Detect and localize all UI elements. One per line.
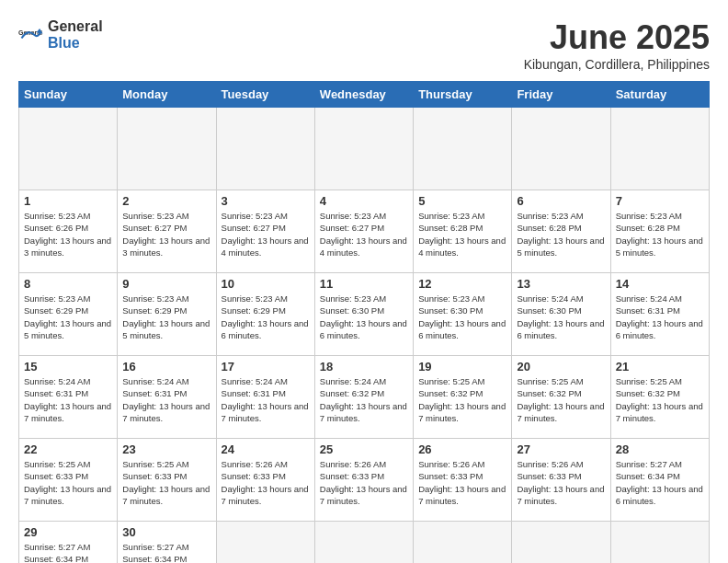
day-info: Sunrise: 5:26 AMSunset: 6:33 PMDaylight:… [517,458,605,507]
calendar-cell [216,522,314,564]
day-info: Sunrise: 5:24 AMSunset: 6:31 PMDaylight:… [222,375,310,424]
day-info: Sunrise: 5:25 AMSunset: 6:33 PMDaylight:… [122,458,210,507]
calendar-cell: 4Sunrise: 5:23 AMSunset: 6:27 PMDaylight… [314,190,413,273]
day-info: Sunrise: 5:23 AMSunset: 6:28 PMDaylight:… [517,210,605,259]
calendar-header-monday: Monday [118,82,216,108]
calendar-header-sunday: Sunday [19,82,118,108]
calendar-cell: 11Sunrise: 5:23 AMSunset: 6:30 PMDayligh… [314,273,413,356]
logo-general: General [48,18,103,34]
day-info: Sunrise: 5:26 AMSunset: 6:33 PMDaylight:… [222,458,310,507]
calendar-cell: 8Sunrise: 5:23 AMSunset: 6:29 PMDaylight… [19,273,118,356]
day-number: 15 [24,360,112,373]
calendar-cell: 13Sunrise: 5:24 AMSunset: 6:30 PMDayligh… [512,273,610,356]
calendar-week-4: 22Sunrise: 5:25 AMSunset: 6:33 PMDayligh… [19,439,710,522]
calendar-cell: 21Sunrise: 5:25 AMSunset: 6:32 PMDayligh… [610,356,709,439]
calendar-cell: 2Sunrise: 5:23 AMSunset: 6:27 PMDaylight… [118,190,216,273]
day-number: 3 [222,194,310,208]
day-number: 19 [418,360,506,373]
day-info: Sunrise: 5:23 AMSunset: 6:27 PMDaylight:… [320,210,408,259]
day-number: 23 [122,442,210,456]
day-number: 4 [320,194,408,208]
header: General General Blue June 2025 Kibungan,… [18,18,710,72]
calendar-cell [414,108,512,190]
logo-blue: Blue [48,35,80,51]
calendar-cell: 15Sunrise: 5:24 AMSunset: 6:31 PMDayligh… [19,356,118,439]
calendar-cell: 25Sunrise: 5:26 AMSunset: 6:33 PMDayligh… [314,439,413,522]
calendar-week-2: 8Sunrise: 5:23 AMSunset: 6:29 PMDaylight… [19,273,710,356]
day-number: 25 [320,442,408,456]
calendar-cell: 17Sunrise: 5:24 AMSunset: 6:31 PMDayligh… [216,356,314,439]
calendar-cell: 28Sunrise: 5:27 AMSunset: 6:34 PMDayligh… [610,439,709,522]
calendar-cell: 20Sunrise: 5:25 AMSunset: 6:32 PMDayligh… [512,356,610,439]
calendar-cell [512,108,610,190]
day-number: 26 [418,442,506,456]
calendar-cell [414,522,512,564]
calendar-cell: 29Sunrise: 5:27 AMSunset: 6:34 PMDayligh… [19,522,118,564]
calendar-cell: 30Sunrise: 5:27 AMSunset: 6:34 PMDayligh… [118,522,216,564]
day-number: 11 [320,277,408,291]
day-number: 1 [24,194,112,208]
calendar-cell [216,108,314,190]
day-info: Sunrise: 5:23 AMSunset: 6:30 PMDaylight:… [418,293,506,341]
calendar-header-row: SundayMondayTuesdayWednesdayThursdayFrid… [19,82,710,108]
calendar-table: SundayMondayTuesdayWednesdayThursdayFrid… [18,81,710,563]
calendar-cell [610,522,709,564]
calendar-header-saturday: Saturday [610,82,709,108]
calendar-cell: 19Sunrise: 5:25 AMSunset: 6:32 PMDayligh… [414,356,512,439]
calendar-header-wednesday: Wednesday [314,82,413,108]
day-number: 29 [24,525,112,539]
calendar-cell: 12Sunrise: 5:23 AMSunset: 6:30 PMDayligh… [414,273,512,356]
calendar-header-tuesday: Tuesday [216,82,314,108]
day-info: Sunrise: 5:23 AMSunset: 6:29 PMDaylight:… [222,293,310,341]
day-info: Sunrise: 5:27 AMSunset: 6:34 PMDaylight:… [616,458,704,507]
calendar-cell: 10Sunrise: 5:23 AMSunset: 6:29 PMDayligh… [216,273,314,356]
calendar-cell: 26Sunrise: 5:26 AMSunset: 6:33 PMDayligh… [414,439,512,522]
day-info: Sunrise: 5:24 AMSunset: 6:32 PMDaylight:… [320,375,408,424]
logo-text: General Blue [48,18,103,52]
calendar-cell: 5Sunrise: 5:23 AMSunset: 6:28 PMDaylight… [414,190,512,273]
day-info: Sunrise: 5:23 AMSunset: 6:27 PMDaylight:… [122,210,210,259]
day-info: Sunrise: 5:23 AMSunset: 6:29 PMDaylight:… [24,293,112,341]
calendar-cell [314,108,413,190]
day-number: 10 [222,277,310,291]
logo-icon: General [18,22,44,48]
day-info: Sunrise: 5:27 AMSunset: 6:34 PMDaylight:… [122,541,210,563]
calendar-cell [610,108,709,190]
day-number: 16 [122,360,210,373]
calendar-cell: 3Sunrise: 5:23 AMSunset: 6:27 PMDaylight… [216,190,314,273]
month-title: June 2025 [524,18,710,57]
day-info: Sunrise: 5:27 AMSunset: 6:34 PMDaylight:… [24,541,112,563]
calendar-cell: 16Sunrise: 5:24 AMSunset: 6:31 PMDayligh… [118,356,216,439]
day-number: 17 [222,360,310,373]
calendar-cell [314,522,413,564]
day-info: Sunrise: 5:23 AMSunset: 6:30 PMDaylight:… [320,293,408,341]
calendar-cell: 27Sunrise: 5:26 AMSunset: 6:33 PMDayligh… [512,439,610,522]
day-number: 21 [616,360,704,373]
day-info: Sunrise: 5:23 AMSunset: 6:26 PMDaylight:… [24,210,112,259]
day-info: Sunrise: 5:25 AMSunset: 6:33 PMDaylight:… [24,458,112,507]
calendar-header-thursday: Thursday [414,82,512,108]
calendar-cell [118,108,216,190]
day-number: 18 [320,360,408,373]
calendar-week-0 [19,108,710,190]
day-info: Sunrise: 5:23 AMSunset: 6:28 PMDaylight:… [418,210,506,259]
day-info: Sunrise: 5:24 AMSunset: 6:31 PMDaylight:… [122,375,210,424]
day-number: 20 [517,360,605,373]
calendar-cell: 23Sunrise: 5:25 AMSunset: 6:33 PMDayligh… [118,439,216,522]
day-info: Sunrise: 5:24 AMSunset: 6:31 PMDaylight:… [616,293,704,341]
day-info: Sunrise: 5:24 AMSunset: 6:31 PMDaylight:… [24,375,112,424]
calendar-cell: 6Sunrise: 5:23 AMSunset: 6:28 PMDaylight… [512,190,610,273]
day-info: Sunrise: 5:24 AMSunset: 6:30 PMDaylight:… [517,293,605,341]
day-number: 6 [517,194,605,208]
day-number: 22 [24,442,112,456]
day-number: 28 [616,442,704,456]
day-info: Sunrise: 5:26 AMSunset: 6:33 PMDaylight:… [320,458,408,507]
day-info: Sunrise: 5:26 AMSunset: 6:33 PMDaylight:… [418,458,506,507]
calendar-week-3: 15Sunrise: 5:24 AMSunset: 6:31 PMDayligh… [19,356,710,439]
calendar-cell: 7Sunrise: 5:23 AMSunset: 6:28 PMDaylight… [610,190,709,273]
day-number: 24 [222,442,310,456]
day-number: 2 [122,194,210,208]
day-info: Sunrise: 5:25 AMSunset: 6:32 PMDaylight:… [418,375,506,424]
day-number: 7 [616,194,704,208]
calendar-body: 1Sunrise: 5:23 AMSunset: 6:26 PMDaylight… [19,108,710,564]
